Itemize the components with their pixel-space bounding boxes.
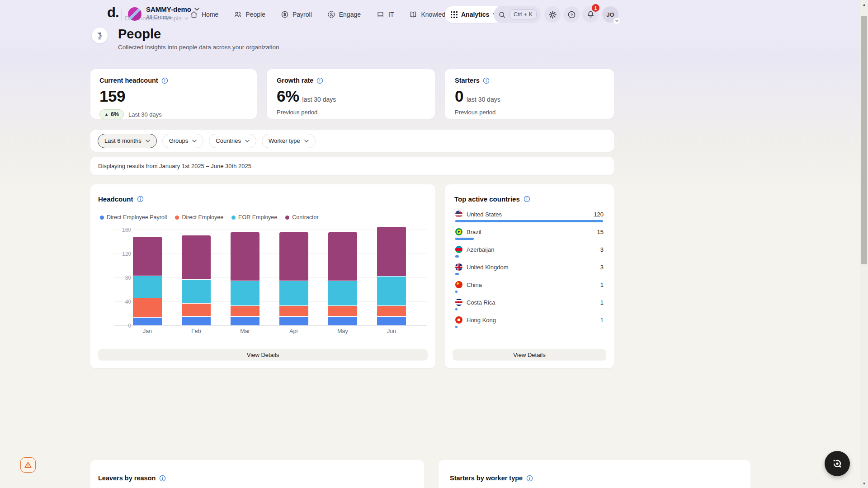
page-subtitle: Collected insights into people data acro… xyxy=(118,44,279,51)
book-icon xyxy=(409,10,417,19)
assistant-fab-button[interactable] xyxy=(825,451,850,476)
bar-apr[interactable] xyxy=(269,230,318,325)
apps-grid-icon xyxy=(451,11,458,18)
engage-person-icon xyxy=(327,10,335,19)
help-icon: ? xyxy=(567,10,576,19)
page-title: People xyxy=(118,27,161,42)
lens-target-icon xyxy=(831,458,843,469)
filter-countries[interactable]: Countries xyxy=(209,134,256,148)
info-icon[interactable] xyxy=(524,196,530,202)
stat-label: Starters xyxy=(455,77,480,84)
legend-item-direct-employee-payroll[interactable]: Direct Employee Payroll xyxy=(100,214,167,221)
segment-contractor xyxy=(328,232,357,281)
bar-feb[interactable] xyxy=(172,230,221,325)
gridline xyxy=(114,325,427,326)
country-row-united-states: United States120 xyxy=(455,211,604,228)
info-icon[interactable] xyxy=(159,475,166,482)
segment-direct-employee-payroll xyxy=(133,318,162,325)
country-value: 1 xyxy=(600,299,604,306)
scroll-down-arrow[interactable]: ▼ xyxy=(860,480,868,487)
headcount-view-details-button[interactable]: View Details xyxy=(98,349,428,361)
headcount-chart-card: Headcount Direct Employee PayrollDirect … xyxy=(90,184,435,368)
stat-value: 6% xyxy=(277,87,299,105)
chevron-down-icon xyxy=(245,140,250,142)
bar-stack xyxy=(328,232,357,325)
country-list: United States120Brazil15Azerbaijan3Unite… xyxy=(455,211,604,334)
info-icon[interactable] xyxy=(483,77,490,84)
svg-text:$: $ xyxy=(284,12,286,17)
bar-may[interactable] xyxy=(318,230,367,325)
stat-footnote: Previous period xyxy=(455,109,604,116)
segment-eor-employee xyxy=(279,281,308,305)
country-value: 1 xyxy=(600,282,604,288)
legend-label: Contractor xyxy=(292,214,318,221)
info-icon[interactable] xyxy=(526,475,533,482)
country-bar xyxy=(455,220,603,222)
nav-item-it[interactable]: IT xyxy=(376,10,394,19)
nav-item-label: Payroll xyxy=(292,11,312,18)
settings-button[interactable] xyxy=(544,6,561,23)
country-row-china: China1 xyxy=(455,281,604,299)
user-avatar[interactable]: JO xyxy=(602,6,618,23)
page-icon xyxy=(92,28,108,43)
filter-time-range[interactable]: Last 6 months xyxy=(98,134,157,148)
segment-eor-employee xyxy=(231,281,259,305)
segment-contractor xyxy=(377,227,406,276)
warning-fab-button[interactable] xyxy=(20,457,36,473)
nav-item-payroll[interactable]: $Payroll xyxy=(281,10,312,19)
starters-by-worker-type-title: Starters by worker type xyxy=(450,474,523,482)
flag-cn-icon xyxy=(455,281,462,288)
scrollbar-thumb[interactable] xyxy=(861,16,867,264)
segment-contractor xyxy=(279,232,308,281)
info-icon[interactable] xyxy=(161,77,168,84)
org-avatar xyxy=(128,7,142,21)
scroll-up-arrow[interactable]: ▲ xyxy=(860,1,868,8)
chevron-down-icon xyxy=(194,8,199,11)
nav-item-label: IT xyxy=(388,11,394,18)
segment-direct-employee xyxy=(328,306,357,316)
country-name: China xyxy=(467,282,596,288)
deel-logo[interactable]: d. xyxy=(107,5,119,21)
x-axis-labels: JanFebMarAprMayJun xyxy=(123,328,416,334)
segment-direct-employee xyxy=(377,306,406,316)
bar-stack xyxy=(133,237,162,325)
results-banner: Displaying results from January 1st 2025… xyxy=(90,157,614,175)
triangle-up-icon: ▲ xyxy=(104,112,108,117)
segment-direct-employee-payroll xyxy=(279,317,308,325)
filter-worker-type[interactable]: Worker type xyxy=(262,134,316,148)
flag-us-icon xyxy=(455,211,462,218)
info-icon[interactable] xyxy=(316,77,323,84)
org-switcher[interactable]: SAMMY-demo All Groups xyxy=(128,5,199,21)
laptop-icon xyxy=(376,10,385,19)
segment-direct-employee-payroll xyxy=(182,317,211,325)
segment-direct-employee xyxy=(279,306,308,316)
filter-groups[interactable]: Groups xyxy=(162,134,204,148)
legend-dot xyxy=(175,216,179,220)
segment-eor-employee xyxy=(182,280,211,303)
segment-direct-employee xyxy=(231,306,259,316)
bar-mar[interactable] xyxy=(221,230,269,325)
search-icon xyxy=(498,11,506,19)
flag-cr-icon xyxy=(455,299,462,306)
x-axis-tick: Feb xyxy=(172,328,221,334)
delta-note: Last 30 days xyxy=(128,111,162,118)
segment-direct-employee-payroll xyxy=(231,317,259,325)
x-axis-tick: Jan xyxy=(123,328,172,334)
countries-view-details-button[interactable]: View Details xyxy=(453,349,606,361)
notifications-button[interactable]: 1 xyxy=(582,6,599,23)
legend-item-eor-employee[interactable]: EOR Employee xyxy=(231,214,277,221)
help-button[interactable]: ? xyxy=(563,6,580,23)
delta-badge: ▲ 6% xyxy=(99,109,124,119)
bar-jan[interactable] xyxy=(123,230,172,325)
info-icon[interactable] xyxy=(137,196,144,202)
top-navigation-bar: d. Dashboards / People SAMMY-demo All Gr… xyxy=(0,0,868,28)
flag-gb-icon xyxy=(455,263,462,271)
chevron-down-icon xyxy=(613,18,620,24)
nav-item-engage[interactable]: Engage xyxy=(327,10,361,19)
x-axis-tick: Jun xyxy=(367,328,416,334)
nav-item-people[interactable]: People xyxy=(234,10,265,19)
legend-item-direct-employee[interactable]: Direct Employee xyxy=(175,214,223,221)
legend-item-contractor[interactable]: Contractor xyxy=(285,214,318,221)
search-button[interactable]: Ctrl + K xyxy=(494,6,541,23)
bar-jun[interactable] xyxy=(367,230,416,325)
